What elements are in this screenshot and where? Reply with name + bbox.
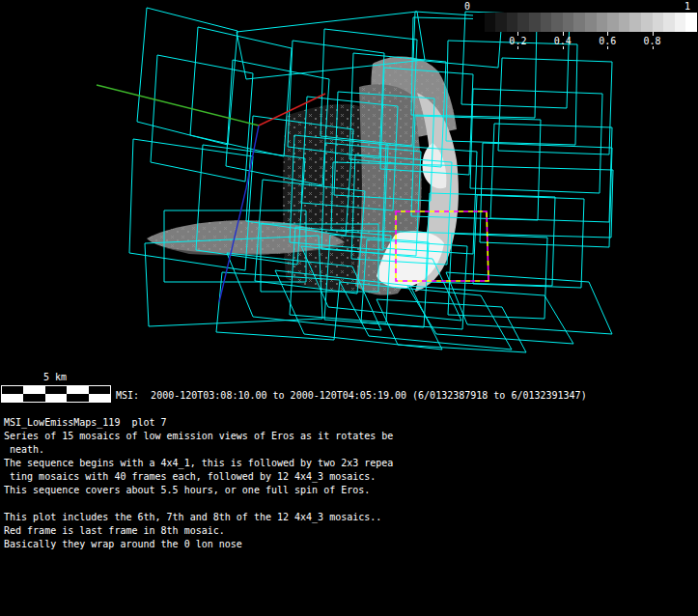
- mosaic-frame: [473, 195, 584, 288]
- mosaic-frame: [490, 124, 612, 222]
- colorbar-subtick: [653, 46, 654, 49]
- scale-bar-cell: [89, 394, 110, 402]
- colorbar-gradient: [473, 13, 697, 32]
- scale-bar-cell: [2, 394, 23, 402]
- caption-text: MSI_LowEmissMaps_119 plot 7 Series of 15…: [4, 416, 393, 551]
- colorbar-subtick: [563, 46, 564, 49]
- colorbar-tick-label: 0.8: [644, 36, 661, 46]
- colorbar-tick-label: 0.6: [599, 36, 616, 46]
- scale-bar-label: 5 km: [0, 372, 110, 383]
- scale-bar-cell: [45, 394, 67, 402]
- mosaic-frame: [190, 27, 292, 156]
- plot-window: 0 1 0.20.40.60.8 5 km MSI: 2000-120T03:0…: [0, 0, 698, 616]
- colorbar-subtick: [607, 46, 608, 49]
- scale-bar-cell: [89, 386, 110, 394]
- scale-bar-cell: [45, 386, 67, 394]
- colorbar-tick-label: 0.2: [509, 36, 526, 46]
- colorbar-max-label: 1: [684, 1, 690, 13]
- scale-bar-cell: [23, 394, 44, 402]
- status-line: MSI: 2000-120T03:08:10.00 to 2000-120T04…: [116, 389, 587, 402]
- scale-bar-cell: [23, 386, 44, 394]
- colorbar-tick-label: 0.4: [554, 36, 572, 46]
- axis-green: [97, 85, 259, 126]
- scale-bar-checker: [1, 385, 111, 403]
- mosaic-frame: [137, 8, 237, 145]
- plot-3d-scene: [0, 0, 698, 378]
- colorbar-min-label: 0: [464, 1, 470, 13]
- scale-bar-cell: [67, 394, 88, 402]
- scale-bar-cell: [67, 386, 88, 394]
- mosaic-frame: [407, 286, 573, 344]
- scale-bar-cell: [2, 386, 23, 394]
- mosaic-frame: [470, 89, 602, 193]
- colorbar-subtick: [517, 46, 518, 49]
- mosaic-frame: [446, 41, 577, 145]
